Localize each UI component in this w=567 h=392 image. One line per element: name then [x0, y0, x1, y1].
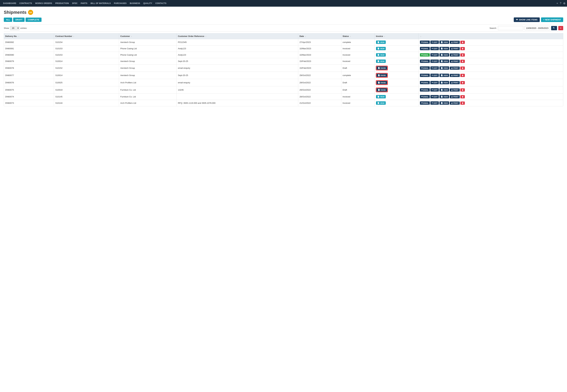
- raise-invoice-button[interactable]: 📄 RAISE: [377, 88, 387, 92]
- sort-icon-customer[interactable]: ↕: [131, 35, 132, 37]
- new-shipment-button[interactable]: + NEW SHIPMENT: [541, 17, 563, 22]
- nav-purchases[interactable]: PURCHASES: [112, 0, 128, 7]
- view-invoice-button[interactable]: 📄 VIEW: [376, 53, 386, 56]
- print-button[interactable]: 🖨 PRINT: [450, 88, 460, 92]
- delete-button[interactable]: 🗑: [460, 88, 465, 92]
- settings-icon[interactable]: ⚙: [563, 2, 566, 5]
- nav-production[interactable]: PRODUCTION: [54, 0, 71, 7]
- email-button[interactable]: ✉ EMAIL: [420, 74, 430, 77]
- delete-button[interactable]: 🗑: [460, 74, 465, 77]
- email-button[interactable]: ✉ EMAIL: [420, 81, 430, 84]
- email-button[interactable]: ✉ EMAIL: [420, 88, 430, 92]
- cell-customer: Aerotech Group: [119, 58, 176, 64]
- view-button[interactable]: 📄 VIEW: [439, 53, 449, 56]
- sort-icon-status[interactable]: ↕: [350, 35, 351, 37]
- edit-icon: ✏: [432, 89, 433, 91]
- view-button[interactable]: 📄 VIEW: [439, 74, 449, 77]
- view-invoice-button[interactable]: 📄 VIEW: [376, 59, 386, 63]
- edit-button[interactable]: ✏ EDIT: [430, 47, 439, 50]
- nav-sfdc[interactable]: SFDC: [71, 0, 79, 7]
- raise-invoice-button[interactable]: 📄 RAISE: [377, 81, 387, 84]
- view-button[interactable]: 📄 VIEW: [439, 88, 449, 92]
- edit-button[interactable]: ✏ EDIT: [430, 74, 439, 77]
- clear-date-button[interactable]: ✕: [558, 26, 563, 30]
- email-button[interactable]: ✉ EMAIL: [420, 41, 430, 44]
- filter-draft-button[interactable]: DRAFT: [13, 18, 25, 22]
- view-button[interactable]: 📄 VIEW: [439, 81, 449, 84]
- view-button[interactable]: 📄 VIEW: [439, 59, 449, 63]
- raise-invoice-button[interactable]: 📄 RAISE: [377, 74, 387, 77]
- entries-select[interactable]: 10 20 50 100: [10, 26, 19, 30]
- nav-contracts[interactable]: CONTRACTS: [18, 0, 34, 7]
- show-line-items-button[interactable]: 👁 SHOW LINE ITEMS: [514, 17, 540, 22]
- edit-button[interactable]: ✏ EDIT: [430, 59, 439, 63]
- email-button[interactable]: ✉ EMAIL: [420, 66, 430, 70]
- view-button[interactable]: 📄 VIEW: [439, 95, 449, 98]
- delete-button[interactable]: 🗑: [460, 53, 465, 56]
- nav-parts[interactable]: PARTS: [79, 0, 89, 7]
- view-button[interactable]: 📄 VIEW: [439, 101, 449, 105]
- print-button[interactable]: 🖨 PRINT: [450, 60, 460, 63]
- edit-button[interactable]: ✏ EDIT: [430, 41, 439, 44]
- delete-button[interactable]: 🗑: [460, 67, 465, 70]
- view-invoice-button[interactable]: 📄 VIEW: [376, 101, 386, 105]
- print-button[interactable]: 🖨 PRINT: [450, 67, 460, 70]
- sort-icon-order-ref[interactable]: ↕: [205, 35, 206, 37]
- raise-highlight: 📄 RAISE: [376, 88, 388, 92]
- print-button[interactable]: 🖨 PRINT: [450, 41, 460, 44]
- nav-business[interactable]: BUSINESS: [128, 0, 142, 7]
- raise-invoice-button[interactable]: 📄 RAISE: [377, 66, 387, 70]
- nav-quality[interactable]: QUALITY: [142, 0, 154, 7]
- email-button[interactable]: ✉ EMAIL: [420, 59, 430, 63]
- view-invoice-button[interactable]: 📄 VIEW: [376, 41, 386, 44]
- delete-button[interactable]: 🗑: [460, 41, 465, 44]
- sort-icon-contract[interactable]: ↕: [73, 35, 74, 37]
- nav-bill-of-materials[interactable]: BILL OF MATERIALS: [89, 0, 112, 7]
- delete-button[interactable]: 🗑: [460, 101, 465, 105]
- print-button[interactable]: 🖨 PRINT: [450, 101, 460, 105]
- email-button[interactable]: ✉ EMAIL: [420, 47, 430, 50]
- add-icon[interactable]: +: [556, 2, 558, 5]
- email-button[interactable]: ✉ EMAIL: [420, 53, 430, 56]
- raise-highlight: 📄 RAISE: [376, 80, 388, 85]
- delete-button[interactable]: 🗑: [460, 60, 465, 63]
- nav-contacts[interactable]: CONTACTS: [154, 0, 168, 7]
- help-icon[interactable]: ?: [560, 2, 561, 5]
- view-button[interactable]: 📄 VIEW: [439, 66, 449, 70]
- email-button[interactable]: ✉ EMAIL: [420, 95, 430, 98]
- file-icon: 📄: [377, 102, 379, 104]
- nav-works-orders[interactable]: WORKS ORDERS: [34, 0, 54, 7]
- filter-complete-button[interactable]: COMPLETE: [26, 18, 41, 22]
- filter-all-button[interactable]: ALL: [4, 18, 12, 22]
- search-button[interactable]: 🔍: [551, 26, 557, 30]
- email-button[interactable]: ✉ EMAIL: [420, 101, 430, 105]
- print-button[interactable]: 🖨 PRINT: [450, 81, 460, 84]
- edit-button[interactable]: ✏ EDIT: [430, 101, 439, 105]
- delete-button[interactable]: 🗑: [460, 81, 465, 84]
- edit-button[interactable]: ✏ EDIT: [430, 66, 439, 70]
- edit-button[interactable]: ✏ EDIT: [430, 88, 439, 92]
- sort-icon-invoice[interactable]: ↕: [384, 35, 385, 37]
- edit-button[interactable]: ✏ EDIT: [430, 53, 439, 56]
- delete-button[interactable]: 🗑: [460, 95, 465, 98]
- print-button[interactable]: 🖨 PRINT: [450, 53, 460, 56]
- view-button[interactable]: 📄 VIEW: [439, 47, 449, 50]
- sort-icon-delivery[interactable]: ↕: [18, 35, 19, 37]
- date-range-input[interactable]: [524, 26, 550, 30]
- main-content: Shipments All ALL DRAFT COMPLETE 👁 SHOW …: [0, 7, 567, 110]
- print-button[interactable]: 🖨 PRINT: [450, 95, 460, 98]
- view-invoice-button[interactable]: 📄 VIEW: [376, 95, 386, 98]
- sort-icon-date[interactable]: ↕: [305, 35, 306, 37]
- search-input[interactable]: [498, 26, 523, 30]
- sort-icon-actions[interactable]: ↕: [421, 35, 421, 37]
- edit-button[interactable]: ✏ EDIT: [430, 81, 439, 84]
- view-invoice-button[interactable]: 📄 VIEW: [376, 47, 386, 50]
- edit-icon: ✏: [432, 41, 433, 43]
- delete-button[interactable]: 🗑: [460, 47, 465, 50]
- nav-dashboard[interactable]: DASHBOARD: [1, 0, 18, 7]
- print-button[interactable]: 🖨 PRINT: [450, 74, 460, 77]
- print-button[interactable]: 🖨 PRINT: [450, 47, 460, 50]
- edit-button[interactable]: ✏ EDIT: [430, 95, 439, 98]
- email-icon: ✉: [421, 47, 423, 50]
- view-button[interactable]: 📄 VIEW: [439, 41, 449, 44]
